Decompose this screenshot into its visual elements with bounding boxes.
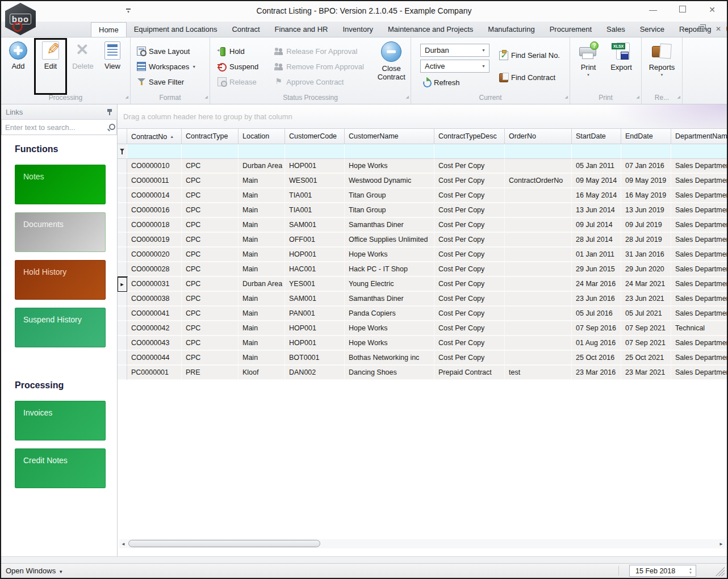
suspend-button[interactable]: Suspend xyxy=(216,60,267,74)
column-header-enddate[interactable]: EndDate xyxy=(621,128,671,144)
date-spinner[interactable]: ▲▼ xyxy=(687,565,694,576)
find-contract-button[interactable]: Find Contract xyxy=(497,70,562,85)
table-row[interactable]: CO0000011CPCMainWES001Westwood DynamicCo… xyxy=(118,174,727,188)
filter-cell-contracttype[interactable] xyxy=(182,144,239,159)
release-for-approval-button[interactable]: Release For Approval xyxy=(273,44,369,58)
filter-cell-location[interactable] xyxy=(239,144,285,159)
tab-procurement[interactable]: Procurement xyxy=(542,22,599,37)
filter-cell-startdate[interactable] xyxy=(572,144,621,159)
table-row[interactable]: CO0000038CPCMainSAM001Samanthas DinerCos… xyxy=(118,292,727,307)
tab-service[interactable]: Service xyxy=(633,22,672,37)
filter-cell-orderno[interactable] xyxy=(505,144,572,159)
table-row[interactable]: CO0000041CPCMainPAN001Panda CopiersCost … xyxy=(118,307,727,321)
save-layout-button[interactable]: Save Layout xyxy=(135,44,207,58)
column-header-contracttypedesc[interactable]: ContractTypeDesc xyxy=(434,128,505,144)
dialog-launcher-icon[interactable]: ◢ xyxy=(205,92,208,102)
pin-icon[interactable] xyxy=(107,108,112,115)
column-header-customercode[interactable]: CustomerCode xyxy=(285,128,345,144)
column-header-location[interactable]: Location xyxy=(239,128,285,144)
save-filter-button[interactable]: Save Filter xyxy=(135,75,207,89)
tile-suspend-history[interactable]: Suspend History xyxy=(15,308,106,347)
tab-sales[interactable]: Sales xyxy=(599,22,633,37)
close-contract-button[interactable]: Close Contract xyxy=(374,40,408,93)
tab-contract[interactable]: Contract xyxy=(224,22,267,37)
tab-manufacturing[interactable]: Manufacturing xyxy=(480,22,542,37)
approve-contract-button[interactable]: Approve Contract xyxy=(273,75,369,89)
table-row[interactable]: CO0000016CPCMainTIA001Titan GroupCost Pe… xyxy=(118,203,727,218)
tab-home[interactable]: Home xyxy=(91,22,127,37)
dialog-launcher-icon[interactable]: ◢ xyxy=(677,92,680,102)
maximize-button[interactable] xyxy=(676,5,689,14)
table-row[interactable]: ►CO0000031CPCDurban AreaYES001Young Elec… xyxy=(118,277,727,292)
tab-inventory[interactable]: Inventory xyxy=(336,22,380,37)
table-row[interactable]: CO0000018CPCMainSAM001Samanthas DinerCos… xyxy=(118,218,727,233)
tile-documents[interactable]: Documents xyxy=(15,212,106,252)
status-select[interactable]: Active▼ xyxy=(420,60,489,73)
column-header-contracttype[interactable]: ContractType xyxy=(182,128,239,144)
export-button[interactable]: XLSX Export xyxy=(606,40,636,93)
scrollbar-thumb[interactable] xyxy=(128,540,320,547)
minimize-button[interactable]: — xyxy=(646,5,660,14)
column-header-departmentname[interactable]: DepartmentName xyxy=(671,128,727,144)
hold-button[interactable]: Hold xyxy=(216,44,267,58)
tile-invoices[interactable]: Invoices xyxy=(15,401,106,440)
table-row[interactable]: CO0000044CPCMainBOT0001Bothas Networking… xyxy=(118,351,727,366)
table-row[interactable]: CO0000028CPCMainHAC001Hack PC - IT ShopC… xyxy=(118,262,727,277)
column-header-orderno[interactable]: OrderNo xyxy=(505,128,572,144)
tab-equipment-and-locations[interactable]: Equipment and Locations xyxy=(127,22,225,37)
view-button[interactable]: View xyxy=(98,40,127,93)
dialog-launcher-icon[interactable]: ◢ xyxy=(406,92,409,102)
column-header-customername[interactable]: CustomerName xyxy=(345,128,434,144)
table-row[interactable]: CO0000010CPCDurban AreaHOP001Hope WorksC… xyxy=(118,159,727,174)
print-button[interactable]: ? Print ▼ xyxy=(574,40,603,93)
column-header-startdate[interactable]: StartDate xyxy=(572,128,621,144)
tile-hold-history[interactable]: Hold History xyxy=(15,260,106,300)
ribbon-minimize-icon[interactable]: — xyxy=(680,25,687,33)
table-row[interactable]: CO0000042CPCMainHOP001Hope WorksCost Per… xyxy=(118,321,727,336)
find-serial-no-button[interactable]: Find Serial No. xyxy=(497,48,562,62)
column-header-contractno[interactable]: ContractNo▲ xyxy=(127,128,182,144)
filter-cell-customername[interactable] xyxy=(345,144,434,159)
workspaces-button[interactable]: Workspaces▼ xyxy=(135,60,207,74)
open-windows-button[interactable]: Open Windows▼ xyxy=(6,567,63,575)
dialog-launcher-icon[interactable]: ◢ xyxy=(125,92,128,102)
group-by-bar[interactable]: Drag a column header here to group by th… xyxy=(118,104,727,128)
dialog-launcher-icon[interactable]: ◢ xyxy=(565,92,568,102)
add-button[interactable]: Add xyxy=(3,40,33,93)
remove-from-approval-button[interactable]: Remove From Approval xyxy=(273,60,369,74)
horizontal-scrollbar[interactable]: ◄ ► xyxy=(119,539,725,548)
dialog-launcher-icon[interactable]: ◢ xyxy=(637,92,639,102)
edit-button[interactable]: Edit xyxy=(36,40,65,93)
date-field[interactable]: 15 Feb 2018 ▲▼ xyxy=(629,565,696,577)
tile-credit-notes[interactable]: Credit Notes xyxy=(15,448,106,488)
tile-notes[interactable]: Notes xyxy=(15,165,106,204)
cell-enddate: 07 Jan 2016 xyxy=(621,159,671,174)
table-row[interactable]: CO0000043CPCMainHOP001Hope WorksCost Per… xyxy=(118,336,727,351)
scroll-right-icon[interactable]: ► xyxy=(717,542,725,547)
ribbon-restore-icon[interactable] xyxy=(698,26,704,32)
release-button[interactable]: Release xyxy=(216,75,267,89)
tab-maintenance-and-projects[interactable]: Maintenance and Projects xyxy=(380,22,480,37)
tab-finance-and-hr[interactable]: Finance and HR xyxy=(267,22,336,37)
close-button[interactable]: ✕ xyxy=(705,5,719,14)
table-row[interactable]: PC0000001PREKloofDAN002Dancing ShoesPrep… xyxy=(118,366,727,380)
scroll-left-icon[interactable]: ◄ xyxy=(119,542,127,547)
search-icon[interactable] xyxy=(107,124,114,131)
filter-cell-departmentname[interactable] xyxy=(671,144,727,159)
filter-cell-contracttypedesc[interactable] xyxy=(434,144,505,159)
resize-grip[interactable] xyxy=(716,567,725,576)
filter-cell-enddate[interactable] xyxy=(621,144,671,159)
filter-cell-customercode[interactable] xyxy=(285,144,345,159)
table-row[interactable]: CO0000020CPCMainHOP001Hope WorksCost Per… xyxy=(118,247,727,262)
search-input[interactable] xyxy=(5,123,105,132)
branch-select[interactable]: Durban▼ xyxy=(420,44,489,57)
cell-departmentname: Sales Department xyxy=(671,292,727,307)
refresh-button[interactable]: Refresh xyxy=(420,75,489,90)
delete-button[interactable]: Delete xyxy=(68,40,98,93)
chevron-down-icon: ▼ xyxy=(58,569,63,574)
filter-cell-contractno[interactable] xyxy=(127,144,182,159)
ribbon-close-icon[interactable]: ✕ xyxy=(716,25,721,33)
table-row[interactable]: CO0000014CPCMainTIA001Titan GroupCost Pe… xyxy=(118,188,727,203)
table-row[interactable]: CO0000019CPCMainOFF001Office Supplies Un… xyxy=(118,233,727,247)
reports-button[interactable]: Reports ▼ xyxy=(646,40,679,93)
